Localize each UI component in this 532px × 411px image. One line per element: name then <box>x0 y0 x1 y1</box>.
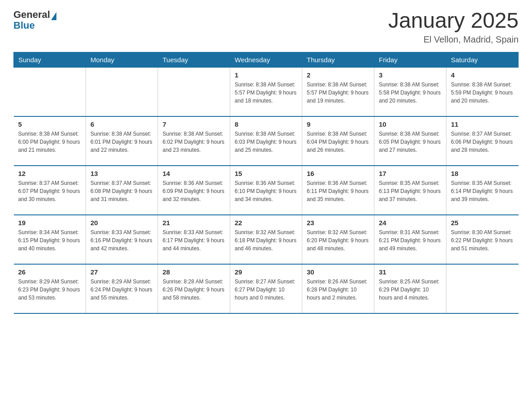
calendar-body: 1Sunrise: 8:38 AM Sunset: 5:57 PM Daylig… <box>14 67 519 313</box>
day-number: 26 <box>18 268 82 276</box>
day-number: 8 <box>235 120 297 128</box>
day-number: 14 <box>163 170 225 177</box>
day-info: Sunrise: 8:32 AM Sunset: 6:18 PM Dayligh… <box>235 228 297 253</box>
days-of-week-row: SundayMondayTuesdayWednesdayThursdayFrid… <box>14 52 519 67</box>
day-info: Sunrise: 8:26 AM Sunset: 6:28 PM Dayligh… <box>307 278 369 302</box>
calendar-header: SundayMondayTuesdayWednesdayThursdayFrid… <box>14 52 519 67</box>
calendar-cell: 8Sunrise: 8:38 AM Sunset: 6:03 PM Daylig… <box>230 116 302 166</box>
calendar-week-row: 1Sunrise: 8:38 AM Sunset: 5:57 PM Daylig… <box>14 67 519 116</box>
day-info: Sunrise: 8:29 AM Sunset: 6:23 PM Dayligh… <box>18 278 82 302</box>
calendar-cell: 6Sunrise: 8:38 AM Sunset: 6:01 PM Daylig… <box>86 116 158 166</box>
day-number: 29 <box>235 268 297 276</box>
day-number: 20 <box>90 219 153 227</box>
day-info: Sunrise: 8:30 AM Sunset: 6:22 PM Dayligh… <box>451 228 514 253</box>
day-number: 12 <box>18 170 82 177</box>
calendar-cell: 11Sunrise: 8:37 AM Sunset: 6:06 PM Dayli… <box>446 116 519 166</box>
day-info: Sunrise: 8:38 AM Sunset: 5:59 PM Dayligh… <box>451 81 514 105</box>
day-info: Sunrise: 8:38 AM Sunset: 6:00 PM Dayligh… <box>18 130 82 154</box>
calendar-cell: 18Sunrise: 8:35 AM Sunset: 6:14 PM Dayli… <box>446 166 519 215</box>
day-info: Sunrise: 8:36 AM Sunset: 6:10 PM Dayligh… <box>235 179 297 203</box>
day-info: Sunrise: 8:29 AM Sunset: 6:24 PM Dayligh… <box>90 278 153 302</box>
day-info: Sunrise: 8:38 AM Sunset: 5:57 PM Dayligh… <box>235 81 297 105</box>
day-number: 10 <box>379 120 442 128</box>
location-label: El Vellon, Madrid, Spain <box>388 34 519 45</box>
calendar-week-row: 12Sunrise: 8:37 AM Sunset: 6:07 PM Dayli… <box>14 166 519 215</box>
day-info: Sunrise: 8:25 AM Sunset: 6:29 PM Dayligh… <box>379 278 442 302</box>
day-number: 28 <box>163 268 225 276</box>
calendar-cell: 16Sunrise: 8:36 AM Sunset: 6:11 PM Dayli… <box>302 166 374 215</box>
calendar-cell: 2Sunrise: 8:38 AM Sunset: 5:57 PM Daylig… <box>302 67 374 116</box>
day-info: Sunrise: 8:33 AM Sunset: 6:17 PM Dayligh… <box>163 228 225 253</box>
day-number: 13 <box>90 170 153 177</box>
day-number: 18 <box>451 170 514 177</box>
calendar-cell: 22Sunrise: 8:32 AM Sunset: 6:18 PM Dayli… <box>230 215 302 264</box>
calendar-week-row: 26Sunrise: 8:29 AM Sunset: 6:23 PM Dayli… <box>14 264 519 313</box>
calendar-cell: 4Sunrise: 8:38 AM Sunset: 5:59 PM Daylig… <box>446 67 519 116</box>
title-section: January 2025 El Vellon, Madrid, Spain <box>388 9 519 45</box>
calendar-cell: 31Sunrise: 8:25 AM Sunset: 6:29 PM Dayli… <box>374 264 446 313</box>
calendar-cell <box>158 67 230 116</box>
calendar-cell: 5Sunrise: 8:38 AM Sunset: 6:00 PM Daylig… <box>14 116 86 166</box>
day-number: 7 <box>163 120 225 128</box>
day-info: Sunrise: 8:37 AM Sunset: 6:08 PM Dayligh… <box>90 179 153 203</box>
day-info: Sunrise: 8:34 AM Sunset: 6:15 PM Dayligh… <box>18 228 82 253</box>
day-number: 19 <box>18 219 82 227</box>
calendar-cell: 28Sunrise: 8:28 AM Sunset: 6:26 PM Dayli… <box>158 264 230 313</box>
calendar-cell <box>86 67 158 116</box>
day-number: 31 <box>379 268 442 276</box>
day-of-week-header: Thursday <box>302 52 374 67</box>
day-info: Sunrise: 8:38 AM Sunset: 6:05 PM Dayligh… <box>379 130 442 154</box>
day-info: Sunrise: 8:38 AM Sunset: 6:01 PM Dayligh… <box>90 130 153 154</box>
calendar-week-row: 5Sunrise: 8:38 AM Sunset: 6:00 PM Daylig… <box>14 116 519 166</box>
logo-general-text: General <box>13 9 50 20</box>
day-info: Sunrise: 8:32 AM Sunset: 6:20 PM Dayligh… <box>307 228 369 253</box>
day-number: 24 <box>379 219 442 227</box>
day-number: 6 <box>90 120 153 128</box>
calendar-cell: 13Sunrise: 8:37 AM Sunset: 6:08 PM Dayli… <box>86 166 158 215</box>
calendar-cell: 3Sunrise: 8:38 AM Sunset: 5:58 PM Daylig… <box>374 67 446 116</box>
calendar-cell <box>446 264 519 313</box>
day-number: 30 <box>307 268 369 276</box>
calendar-cell <box>14 67 86 116</box>
day-number: 2 <box>307 71 369 79</box>
day-of-week-header: Saturday <box>446 52 519 67</box>
day-of-week-header: Wednesday <box>230 52 302 67</box>
day-info: Sunrise: 8:37 AM Sunset: 6:07 PM Dayligh… <box>18 179 82 203</box>
day-number: 1 <box>235 71 297 79</box>
calendar-cell: 29Sunrise: 8:27 AM Sunset: 6:27 PM Dayli… <box>230 264 302 313</box>
calendar-cell: 24Sunrise: 8:31 AM Sunset: 6:21 PM Dayli… <box>374 215 446 264</box>
calendar-cell: 19Sunrise: 8:34 AM Sunset: 6:15 PM Dayli… <box>14 215 86 264</box>
calendar-cell: 30Sunrise: 8:26 AM Sunset: 6:28 PM Dayli… <box>302 264 374 313</box>
page-header: General Blue January 2025 El Vellon, Mad… <box>13 9 519 45</box>
day-number: 4 <box>451 71 514 79</box>
calendar-cell: 21Sunrise: 8:33 AM Sunset: 6:17 PM Dayli… <box>158 215 230 264</box>
day-info: Sunrise: 8:38 AM Sunset: 6:03 PM Dayligh… <box>235 130 297 154</box>
day-info: Sunrise: 8:35 AM Sunset: 6:14 PM Dayligh… <box>451 179 514 203</box>
day-number: 17 <box>379 170 442 177</box>
day-info: Sunrise: 8:38 AM Sunset: 6:04 PM Dayligh… <box>307 130 369 154</box>
day-info: Sunrise: 8:38 AM Sunset: 5:58 PM Dayligh… <box>379 81 442 105</box>
day-info: Sunrise: 8:36 AM Sunset: 6:09 PM Dayligh… <box>163 179 225 203</box>
day-number: 15 <box>235 170 297 177</box>
calendar-cell: 9Sunrise: 8:38 AM Sunset: 6:04 PM Daylig… <box>302 116 374 166</box>
calendar-week-row: 19Sunrise: 8:34 AM Sunset: 6:15 PM Dayli… <box>14 215 519 264</box>
day-number: 3 <box>379 71 442 79</box>
logo: General Blue <box>13 9 56 31</box>
day-info: Sunrise: 8:28 AM Sunset: 6:26 PM Dayligh… <box>163 278 225 302</box>
day-info: Sunrise: 8:38 AM Sunset: 6:02 PM Dayligh… <box>163 130 225 154</box>
calendar-cell: 7Sunrise: 8:38 AM Sunset: 6:02 PM Daylig… <box>158 116 230 166</box>
day-number: 5 <box>18 120 82 128</box>
calendar-cell: 26Sunrise: 8:29 AM Sunset: 6:23 PM Dayli… <box>14 264 86 313</box>
day-info: Sunrise: 8:31 AM Sunset: 6:21 PM Dayligh… <box>379 228 442 253</box>
calendar-cell: 12Sunrise: 8:37 AM Sunset: 6:07 PM Dayli… <box>14 166 86 215</box>
calendar-cell: 10Sunrise: 8:38 AM Sunset: 6:05 PM Dayli… <box>374 116 446 166</box>
day-of-week-header: Monday <box>86 52 158 67</box>
calendar-cell: 14Sunrise: 8:36 AM Sunset: 6:09 PM Dayli… <box>158 166 230 215</box>
day-number: 21 <box>163 219 225 227</box>
calendar-cell: 17Sunrise: 8:35 AM Sunset: 6:13 PM Dayli… <box>374 166 446 215</box>
day-info: Sunrise: 8:38 AM Sunset: 5:57 PM Dayligh… <box>307 81 369 105</box>
day-info: Sunrise: 8:36 AM Sunset: 6:11 PM Dayligh… <box>307 179 369 203</box>
logo-blue-text: Blue <box>13 20 56 31</box>
day-number: 27 <box>90 268 153 276</box>
calendar-cell: 23Sunrise: 8:32 AM Sunset: 6:20 PM Dayli… <box>302 215 374 264</box>
